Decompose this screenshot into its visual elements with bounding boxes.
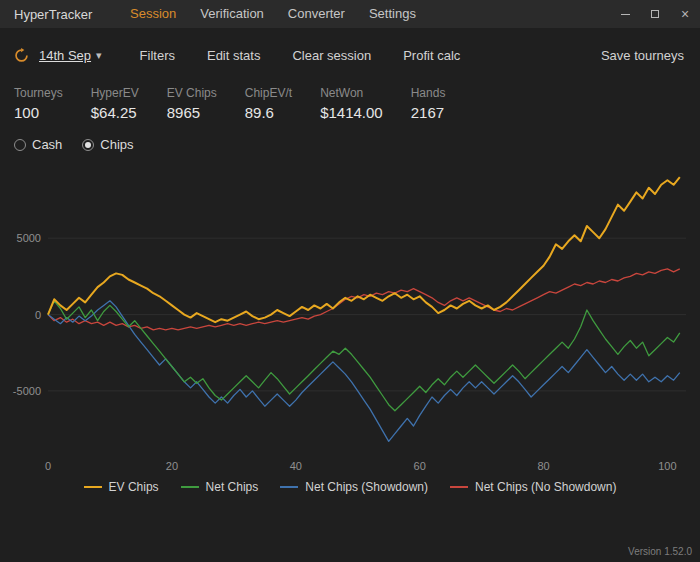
stat-hyperev: HyperEV $64.25 bbox=[91, 86, 139, 121]
chevron-down-icon: ▾ bbox=[96, 49, 102, 62]
svg-text:20: 20 bbox=[166, 460, 178, 472]
stat-hands: Hands 2167 bbox=[411, 86, 446, 121]
stat-ev-chips: EV Chips 8965 bbox=[167, 86, 217, 121]
legend-label: Net Chips (Showdown) bbox=[305, 480, 428, 494]
toolbar: 14th Sep ▾ Filters Edit stats Clear sess… bbox=[0, 32, 700, 78]
save-tourneys-button[interactable]: Save tourneys bbox=[601, 48, 684, 63]
stat-value: 2167 bbox=[411, 104, 446, 121]
legend-swatch bbox=[181, 486, 199, 488]
legend-swatch bbox=[280, 486, 298, 488]
app-title: HyperTracker bbox=[0, 7, 118, 22]
chart-canvas: -500005000020406080100 bbox=[0, 156, 700, 478]
stat-tourneys: Tourneys 100 bbox=[14, 86, 63, 121]
stat-label: NetWon bbox=[320, 86, 383, 100]
legend-label: EV Chips bbox=[109, 480, 159, 494]
legend-label: Net Chips (No Showdown) bbox=[475, 480, 616, 494]
legend-item-net-chips-showdown: Net Chips (Showdown) bbox=[280, 480, 428, 494]
close-button[interactable]: × bbox=[670, 0, 700, 28]
edit-stats-button[interactable]: Edit stats bbox=[207, 48, 260, 63]
stat-netwon: NetWon $1414.00 bbox=[320, 86, 383, 121]
svg-text:-5000: -5000 bbox=[13, 385, 41, 397]
svg-text:0: 0 bbox=[35, 309, 41, 321]
main-menu: Session Verification Converter Settings bbox=[118, 0, 428, 28]
svg-text:5000: 5000 bbox=[17, 232, 41, 244]
radio-chips-label: Chips bbox=[100, 137, 133, 152]
date-selector[interactable]: 14th Sep ▾ bbox=[39, 48, 102, 63]
stat-label: ChipEV/t bbox=[245, 86, 292, 100]
menu-item-verification[interactable]: Verification bbox=[188, 0, 276, 28]
menu-item-settings[interactable]: Settings bbox=[357, 0, 428, 28]
clear-session-button[interactable]: Clear session bbox=[292, 48, 371, 63]
stat-label: EV Chips bbox=[167, 86, 217, 100]
legend-item-net-chips-no-showdown: Net Chips (No Showdown) bbox=[450, 480, 616, 494]
window-controls: × bbox=[610, 0, 700, 28]
stat-value: 100 bbox=[14, 104, 63, 121]
legend-item-ev-chips: EV Chips bbox=[84, 480, 159, 494]
refresh-button[interactable] bbox=[14, 48, 29, 63]
legend-item-net-chips: Net Chips bbox=[181, 480, 259, 494]
legend-swatch bbox=[450, 486, 468, 488]
radio-chips[interactable]: Chips bbox=[82, 137, 133, 152]
stat-label: Hands bbox=[411, 86, 446, 100]
svg-text:100: 100 bbox=[658, 460, 676, 472]
stat-value: $64.25 bbox=[91, 104, 139, 121]
svg-text:0: 0 bbox=[45, 460, 51, 472]
stats-row: Tourneys 100 HyperEV $64.25 EV Chips 896… bbox=[0, 78, 700, 121]
refresh-icon bbox=[14, 48, 29, 63]
svg-text:80: 80 bbox=[537, 460, 549, 472]
stat-chipev-t: ChipEV/t 89.6 bbox=[245, 86, 292, 121]
chart-legend: EV Chips Net Chips Net Chips (Showdown) … bbox=[0, 480, 700, 494]
radio-cash-dot bbox=[14, 139, 26, 151]
legend-swatch bbox=[84, 486, 102, 488]
stat-value: 89.6 bbox=[245, 104, 292, 121]
legend-label: Net Chips bbox=[206, 480, 259, 494]
radio-chips-dot bbox=[82, 139, 94, 151]
stat-value: 8965 bbox=[167, 104, 217, 121]
radio-cash[interactable]: Cash bbox=[14, 137, 62, 152]
svg-text:60: 60 bbox=[414, 460, 426, 472]
close-icon: × bbox=[681, 7, 689, 21]
stat-label: Tourneys bbox=[14, 86, 63, 100]
results-chart: -500005000020406080100 bbox=[0, 156, 700, 478]
version-label: Version 1.52.0 bbox=[628, 546, 692, 557]
menu-item-converter[interactable]: Converter bbox=[276, 0, 357, 28]
stat-label: HyperEV bbox=[91, 86, 139, 100]
filters-button[interactable]: Filters bbox=[140, 48, 175, 63]
minimize-icon bbox=[621, 14, 630, 15]
minimize-button[interactable] bbox=[610, 0, 640, 28]
maximize-button[interactable] bbox=[640, 0, 670, 28]
menu-item-session[interactable]: Session bbox=[118, 0, 188, 28]
date-label: 14th Sep bbox=[39, 48, 91, 63]
radio-cash-label: Cash bbox=[32, 137, 62, 152]
profit-calc-button[interactable]: Profit calc bbox=[403, 48, 460, 63]
svg-text:40: 40 bbox=[290, 460, 302, 472]
titlebar: HyperTracker Session Verification Conver… bbox=[0, 0, 700, 28]
maximize-icon bbox=[651, 10, 659, 18]
stat-value: $1414.00 bbox=[320, 104, 383, 121]
chart-mode-radios: Cash Chips bbox=[0, 121, 700, 152]
